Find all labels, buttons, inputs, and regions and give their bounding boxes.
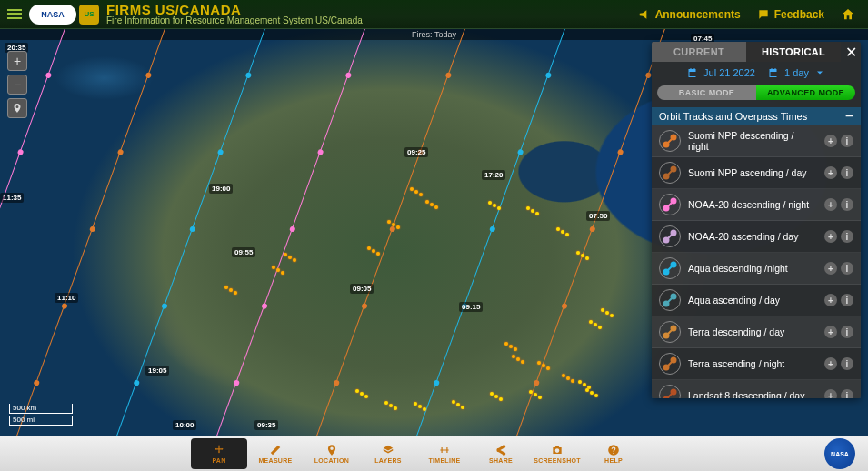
orbit-section-header[interactable]: Orbit Tracks and Overpass Times − <box>652 107 861 125</box>
fire-marker <box>281 271 284 275</box>
locate-button[interactable] <box>7 98 27 118</box>
screenshot-icon <box>551 444 564 456</box>
sat-row[interactable]: NOAA-20 ascending / day+i <box>652 221 861 253</box>
tool-screenshot[interactable]: SCREENSHOT <box>529 438 585 469</box>
sat-row[interactable]: Terra descending / day+i <box>652 316 861 348</box>
tool-label: LOCATION <box>314 457 349 464</box>
tool-location[interactable]: LOCATION <box>304 438 360 469</box>
fire-marker <box>494 395 498 398</box>
overpass-time-label: 11:10 <box>55 293 78 303</box>
info-button[interactable]: i <box>841 326 853 338</box>
fire-marker <box>529 390 533 394</box>
app-title: FIRMS US/CANADA <box>106 3 363 16</box>
fire-marker <box>456 403 460 406</box>
fires-status-bar: Fires: Today <box>0 29 868 40</box>
fire-marker <box>376 252 380 256</box>
add-layer-button[interactable]: + <box>824 357 837 370</box>
scale-mi: 500 mi <box>9 416 73 426</box>
tool-label: MEASURE <box>258 457 292 464</box>
fire-marker <box>288 256 292 259</box>
add-layer-button[interactable]: + <box>824 166 837 179</box>
map-viewport[interactable]: Fires: Today 20:3511:3511:1019:0009:5519… <box>0 29 868 436</box>
usfs-logo: US <box>79 5 99 25</box>
tool-label: LAYERS <box>374 457 402 464</box>
tool-layers[interactable]: LAYERS <box>360 438 416 469</box>
sat-label: Aqua ascending / day <box>688 295 817 306</box>
fire-marker <box>509 345 513 348</box>
sat-row[interactable]: Aqua ascending / day+i <box>652 285 861 316</box>
sat-row[interactable]: Suomi NPP descending / night+i <box>652 125 861 157</box>
fire-marker <box>488 201 492 205</box>
tool-help[interactable]: HELP <box>585 438 642 469</box>
svg-line-26 <box>666 392 673 398</box>
fire-marker <box>514 347 517 351</box>
info-button[interactable]: i <box>841 357 853 370</box>
fire-marker <box>384 401 388 405</box>
fire-marker <box>594 394 598 397</box>
range-picker[interactable]: 1 day <box>768 67 825 78</box>
tool-measure[interactable]: MEASURE <box>247 438 304 469</box>
sat-swatch-icon <box>659 225 681 247</box>
info-button[interactable]: i <box>841 230 853 243</box>
sat-actions: +i <box>824 357 853 370</box>
announcements-link[interactable]: Announcements <box>638 8 741 21</box>
date-row: Jul 21 2022 1 day <box>652 62 861 84</box>
svg-line-11 <box>666 233 673 240</box>
sat-swatch-icon <box>659 353 681 375</box>
collapse-icon[interactable]: − <box>845 113 853 120</box>
tool-label: SHARE <box>489 457 513 464</box>
feedback-link[interactable]: Feedback <box>757 8 824 21</box>
tool-label: PAN <box>212 457 225 464</box>
location-icon <box>325 444 338 456</box>
mode-row: BASIC MODE ADVANCED MODE <box>652 84 861 107</box>
add-layer-button[interactable]: + <box>824 198 837 211</box>
tab-current[interactable]: CURRENT <box>652 42 746 62</box>
advanced-mode-button[interactable]: ADVANCED MODE <box>756 85 855 100</box>
sat-row[interactable]: Landsat 8 descending / day+i <box>652 380 861 398</box>
date-value: Jul 21 2022 <box>703 67 755 78</box>
fire-marker <box>512 355 515 358</box>
zoom-in-button[interactable]: + <box>7 51 27 71</box>
sat-swatch-icon <box>659 385 681 398</box>
add-layer-button[interactable]: + <box>824 262 837 275</box>
date-picker[interactable]: Jul 21 2022 <box>687 67 755 78</box>
info-button[interactable]: i <box>841 262 853 275</box>
sat-row[interactable]: NOAA-20 descending / night+i <box>652 189 861 221</box>
help-icon <box>607 444 620 456</box>
tool-timeline[interactable]: TIMELINE <box>416 438 473 469</box>
range-value: 1 day <box>784 67 809 78</box>
sat-row[interactable]: Terra ascending / night+i <box>652 348 861 380</box>
add-layer-button[interactable]: + <box>824 294 837 306</box>
overpass-time-label: 10:00 <box>173 420 196 430</box>
sat-row[interactable]: Suomi NPP ascending / day+i <box>652 157 861 189</box>
info-button[interactable]: i <box>841 166 853 179</box>
overpass-time-label: 09:15 <box>459 302 483 312</box>
info-button[interactable]: i <box>841 389 853 398</box>
info-button[interactable]: i <box>841 135 853 147</box>
svg-line-2 <box>666 137 673 145</box>
add-layer-button[interactable]: + <box>824 326 837 338</box>
overpass-time-label: 07:50 <box>586 211 610 221</box>
info-button[interactable]: i <box>841 198 853 211</box>
sat-row[interactable]: Aqua descending /night+i <box>652 253 861 285</box>
basic-mode-button[interactable]: BASIC MODE <box>657 85 756 100</box>
add-layer-button[interactable]: + <box>824 135 837 147</box>
info-button[interactable]: i <box>841 294 853 306</box>
overpass-time-label: 11:35 <box>0 193 24 203</box>
sat-actions: +i <box>824 230 853 243</box>
fire-marker <box>535 212 539 215</box>
satellite-list: Suomi NPP descending / night+iSuomi NPP … <box>652 125 861 398</box>
map-controls: + − <box>7 51 27 118</box>
hamburger-menu-icon[interactable] <box>5 5 24 24</box>
add-layer-button[interactable]: + <box>824 230 837 243</box>
zoom-out-button[interactable]: − <box>7 75 27 95</box>
fire-marker <box>576 251 580 255</box>
sat-actions: +i <box>824 294 853 306</box>
panel-close-button[interactable]: ✕ <box>841 42 861 62</box>
tool-share[interactable]: SHARE <box>473 438 529 469</box>
fire-marker <box>526 206 530 210</box>
tab-historical[interactable]: HISTORICAL <box>746 42 841 62</box>
add-layer-button[interactable]: + <box>824 389 837 398</box>
home-button[interactable] <box>841 7 855 22</box>
tool-pan[interactable]: PAN <box>191 438 247 469</box>
